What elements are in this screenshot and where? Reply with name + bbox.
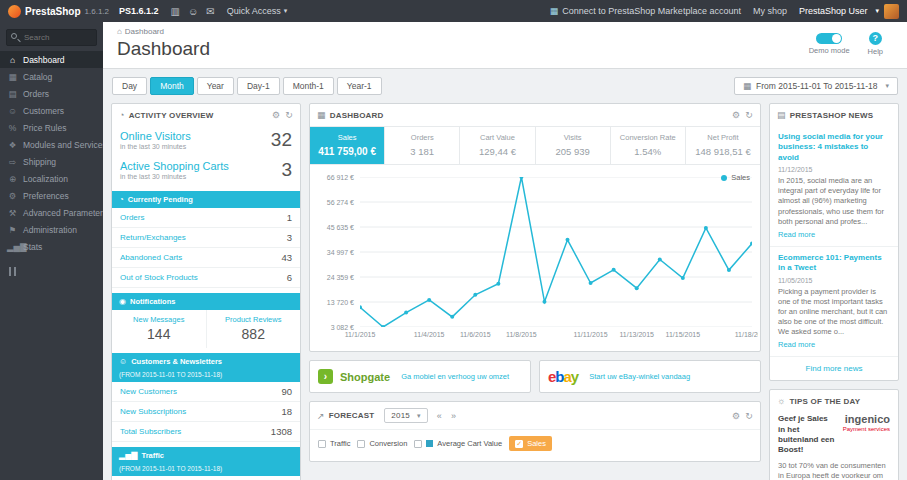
active-carts-link[interactable]: Active Shopping Carts [120,160,229,172]
news-item-title[interactable]: Using social media for your business: 4 … [778,132,890,163]
stats-icon: ▂▅▇ [7,242,18,252]
x-tick-label: 11/15/2015 [666,331,701,338]
sidebar-item-advanced-parameters[interactable]: ⚒Advanced Parameters [0,204,103,221]
sidebar-item-administration[interactable]: ⚑Administration [0,221,103,238]
read-more-link[interactable]: Read more [778,340,815,349]
mail-icon[interactable]: ✉ [206,6,214,17]
refresh-icon[interactable]: ↻ [285,110,293,120]
kpi-row: Sales411 759,00 €Orders3 181Cart Value12… [310,126,760,165]
customers-row-new-subscriptions: New Subscriptions18 [112,402,300,422]
gear-icon[interactable]: ⚙ [732,411,740,421]
previous-year-button[interactable]: « [437,411,442,421]
range-button-month[interactable]: Month [150,77,194,95]
online-visitors-value: 32 [271,129,292,151]
kpi-orders[interactable]: Orders3 181 [385,127,460,164]
ebay-promo-link[interactable]: Start uw eBay-winkel vandaag [589,372,690,381]
sidebar-item-orders[interactable]: ▤Orders [0,85,103,102]
kpi-net-profit[interactable]: Net Profit148 918,51 € [686,127,760,164]
sidebar-item-price-rules[interactable]: %Price Rules [0,119,103,136]
sidebar: ⌂Dashboard▦Catalog▤Orders☺Customers%Pric… [0,22,103,480]
gear-icon[interactable]: ⚙ [272,110,280,120]
google-analytics-link[interactable]: Link to your Google Analytics account [112,476,300,480]
sidebar-item-localization[interactable]: ⊕Localization [0,170,103,187]
help-icon[interactable]: ? [869,32,882,45]
customers-link[interactable]: New Customers [120,387,177,396]
news-item-title[interactable]: Ecommerce 101: Payments in a Tweet [778,253,890,274]
range-button-day[interactable]: Day [112,77,147,95]
kpi-visits[interactable]: Visits205 939 [536,127,611,164]
pending-link[interactable]: Abandoned Carts [120,253,182,262]
customers-icon[interactable]: ☺ [188,6,198,17]
date-range-picker[interactable]: ▦ From 2015-11-01 To 2015-11-18 ▾ [734,77,898,95]
forecast-legend-traffic[interactable]: Traffic [318,439,350,448]
x-tick-label: 11/13/2015 [619,331,654,338]
find-more-news-link[interactable]: Find more news [770,357,898,380]
kpi-cart-value[interactable]: Cart Value129,44 € [460,127,535,164]
kpi-conversion-rate[interactable]: Conversion Rate1.54% [611,127,686,164]
ingenico-logo: ingenico Payment services [843,414,890,432]
range-button-month-1[interactable]: Month-1 [283,77,334,95]
online-visitors-link[interactable]: Online Visitors [120,130,191,142]
cart-icon[interactable]: ▥ [171,6,180,17]
notification-cell-product-reviews[interactable]: Product Reviews882 [206,310,301,348]
pending-value: 43 [281,252,292,263]
marketplace-link[interactable]: ▦ Connect to PrestaShop Marketplace acco… [550,6,741,16]
notification-cell-new-messages[interactable]: New Messages144 [112,310,206,348]
tips-heading: Geef je Sales in het buitenland een Boos… [778,414,837,456]
data-point-marker [427,298,431,302]
next-year-button[interactable]: » [451,411,456,421]
range-button-year-1[interactable]: Year-1 [337,77,382,95]
pending-link[interactable]: Return/Exchanges [120,233,186,242]
data-point-marker [727,268,731,272]
forecast-year-select[interactable]: 2015 ▾ [384,408,427,423]
right-column: ▤ PRESTASHOP NEWS Using social media for… [769,103,899,480]
kpi-sales[interactable]: Sales411 759,00 € [310,127,385,164]
sidebar-item-catalog[interactable]: ▦Catalog [0,68,103,85]
stats-icon: ▂▅▇ [119,451,137,460]
sidebar-item-preferences[interactable]: ⚙Preferences [0,187,103,204]
sales-chart[interactable] [360,177,752,327]
gear-icon[interactable]: ⚙ [732,110,740,120]
sidebar-item-customers[interactable]: ☺Customers [0,102,103,119]
sidebar-item-stats[interactable]: ▂▅▇Stats [0,238,103,255]
customers-value: 90 [281,386,292,397]
dashboard-grid-icon: ▦ [317,110,326,120]
pending-link[interactable]: Out of Stock Products [120,273,198,282]
news-panel-header: ▤ PRESTASHOP NEWS [770,104,898,126]
user-menu[interactable]: PrestaShop User ▾ [799,4,899,19]
refresh-icon[interactable]: ↻ [745,110,753,120]
notification-value: 882 [209,326,299,342]
prestashop-logo[interactable]: PrestaShop 1.6.1.2 [8,5,109,18]
breadcrumb[interactable]: ⌂ Dashboard [117,27,210,36]
sidebar-collapse-button[interactable] [9,267,94,278]
forecast-legend-sales[interactable]: ✓Sales [509,436,552,451]
range-button-year[interactable]: Year [197,77,234,95]
sidebar-item-modules-and-services[interactable]: ❖Modules and Services [0,136,103,153]
customers-link[interactable]: New Subscriptions [120,407,186,416]
sidebar-item-label: Dashboard [23,55,65,65]
pending-link[interactable]: Orders [120,213,144,222]
pending-value: 1 [287,212,292,223]
notification-label: New Messages [114,315,204,324]
sidebar-item-shipping[interactable]: ⇨Shipping [0,153,103,170]
chevron-down-icon: ▾ [284,7,288,15]
refresh-icon[interactable]: ↻ [745,411,753,421]
kpi-value: 148 918,51 € [688,146,758,157]
forecast-legend-conversion[interactable]: Conversion [357,439,407,448]
forecast-legend-average-cart-value[interactable]: Average Cart Value [414,439,502,448]
pending-row-return-exchanges: Return/Exchanges3 [112,228,300,248]
kpi-value: 411 759,00 € [312,146,382,157]
demo-mode-toggle[interactable] [816,33,842,44]
sidebar-item-dashboard[interactable]: ⌂Dashboard [0,51,103,68]
search-input[interactable] [6,29,97,46]
range-button-day-1[interactable]: Day-1 [237,77,280,95]
read-more-link[interactable]: Read more [778,230,815,239]
help-control: ? Help [868,32,883,56]
quick-access-menu[interactable]: Quick Access ▾ [227,6,288,16]
customers-link[interactable]: Total Subscribers [120,427,181,436]
my-shop-link[interactable]: My shop [753,6,787,16]
data-point-marker [519,177,523,179]
sidebar-search [6,29,97,46]
shopgate-promo-link[interactable]: Ga mobiel en verhoog uw omzet [401,372,509,381]
shop-name-link[interactable]: PS1.6.1.2 [119,6,159,16]
